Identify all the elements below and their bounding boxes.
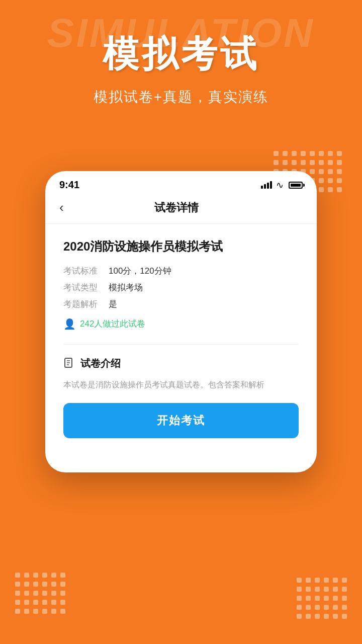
intro-section-title: 试卷介绍 [80,357,121,370]
intro-header: 试卷介绍 [63,357,299,370]
info-row-analysis: 考题解析 是 [63,298,299,310]
document-icon [63,357,75,369]
card-content: 2020消防设施操作员模拟考试 考试标准 100分，120分钟 考试类型 模拟考… [45,224,317,452]
battery-icon [289,182,303,189]
dot-grid-bottom-right [297,578,347,619]
info-row-standard: 考试标准 100分，120分钟 [63,265,299,277]
status-time: 9:41 [59,179,79,191]
status-bar: 9:41 ∿ [45,171,317,195]
info-label-analysis: 考题解析 [63,298,109,310]
info-value-standard: 100分，120分钟 [109,265,171,277]
divider [63,344,299,345]
person-icon: 👤 [63,318,76,330]
intro-body: 本试卷是消防设施操作员考试真题试卷。包含答案和解析 [63,378,299,391]
main-title: 模拟考试 [103,30,259,78]
info-value-analysis: 是 [109,298,117,310]
start-exam-button[interactable]: 开始考试 [63,403,299,438]
participants-text: 242人做过此试卷 [80,318,145,330]
exam-title: 2020消防设施操作员模拟考试 [63,238,299,255]
nav-bar: ‹ 试卷详情 [45,195,317,224]
wifi-icon: ∿ [276,180,284,191]
info-label-standard: 考试标准 [63,265,109,277]
participants-row: 👤 242人做过此试卷 [63,318,299,330]
back-button[interactable]: ‹ [59,200,64,215]
status-icons: ∿ [261,180,303,191]
signal-icon [261,181,272,189]
info-row-type: 考试类型 模拟考场 [63,282,299,293]
phone-card: 9:41 ∿ ‹ 试卷详情 2020消防设施操作员模拟考试 考试标准 100分，… [45,171,317,472]
header-area: 模拟考试 模拟试卷+真题，真实演练 [0,0,362,107]
info-label-type: 考试类型 [63,282,109,293]
dot-grid-bottom-left [15,573,65,614]
nav-title: 试卷详情 [74,200,280,215]
info-table: 考试标准 100分，120分钟 考试类型 模拟考场 考题解析 是 [63,265,299,310]
intro-section: 试卷介绍 本试卷是消防设施操作员考试真题试卷。包含答案和解析 [63,357,299,391]
subtitle: 模拟试卷+真题，真实演练 [0,88,362,107]
info-value-type: 模拟考场 [109,282,143,293]
